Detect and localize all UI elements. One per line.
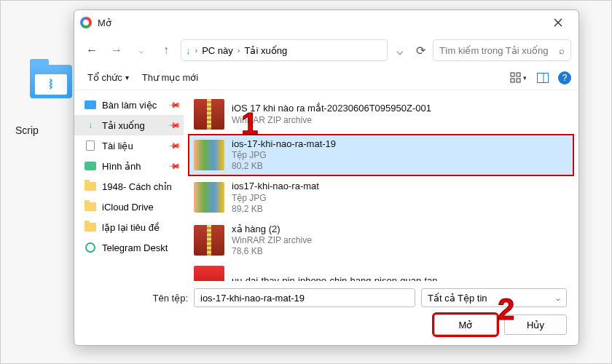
- sidebar-item-label: Telegram Deskt: [102, 242, 168, 253]
- forward-button[interactable]: →: [106, 40, 127, 60]
- organize-menu[interactable]: Tổ chức ▾: [87, 72, 129, 83]
- back-button[interactable]: ←: [82, 40, 102, 60]
- file-name: uu-dai-thay-pin-iphone-chin-hang-pisen-q…: [232, 275, 450, 281]
- jpg-thumbnail: [194, 182, 224, 213]
- file-type: WinRAR ZIP archive: [232, 235, 312, 246]
- file-list: iOS 17 khi nào ra mắt-20230606T095950Z-0…: [184, 90, 578, 281]
- pin-icon: 📌: [167, 159, 181, 173]
- file-size: 78,6 KB: [232, 246, 312, 257]
- organize-label: Tổ chức: [87, 72, 122, 83]
- script-icon: [44, 78, 58, 91]
- up-button[interactable]: ↑: [156, 40, 176, 60]
- file-row[interactable]: ios-17-khi-nao-ra-mat-19 Tệp JPG 80,2 KB: [188, 134, 574, 176]
- background-folder-icon: [30, 65, 72, 98]
- chevron-down-icon: ⌵: [556, 294, 560, 302]
- search-icon: ⌕: [559, 45, 565, 56]
- file-type: Tệp JPG: [232, 150, 336, 161]
- file-row[interactable]: uu-dai-thay-pin-iphone-chin-hang-pisen-q…: [188, 261, 574, 281]
- sidebar: Bàn làm việc📌 ↓Tải xuống📌 Tài liệu📌 Hình…: [74, 90, 184, 281]
- sidebar-item-label: Hình ảnh: [102, 161, 141, 172]
- file-row[interactable]: iOS 17 khi nào ra mắt-20230606T095950Z-0…: [188, 95, 574, 134]
- background-folder-label: Scrip: [15, 124, 39, 136]
- svg-rect-2: [511, 79, 514, 82]
- file-name: ios-17-khi-nao-ra-mat-19: [232, 138, 336, 150]
- file-size: 89,2 KB: [232, 204, 319, 215]
- pin-icon: 📌: [167, 98, 181, 111]
- breadcrumb-root[interactable]: PC này: [202, 45, 233, 56]
- sidebar-item-folder[interactable]: lặp lại tiêu đề: [74, 217, 184, 237]
- dialog-title: Mở: [98, 17, 111, 28]
- zip-icon: [194, 225, 224, 256]
- sidebar-item-pictures[interactable]: Hình ảnh📌: [74, 156, 184, 176]
- jpg-thumbnail: [194, 140, 224, 170]
- breadcrumb[interactable]: ↓ › PC này › Tải xuống: [181, 39, 388, 61]
- sidebar-item-label: Bàn làm việc: [102, 100, 157, 111]
- close-icon: [554, 18, 562, 27]
- sidebar-item-label: Tải xuống: [102, 120, 145, 131]
- chevron-right-icon: ›: [195, 46, 198, 55]
- sidebar-item-folder[interactable]: iCloud Drive: [74, 197, 184, 217]
- chevron-down-icon: ▾: [523, 74, 527, 82]
- nav-row: ← → ⌵ ↑ ↓ › PC này › Tải xuống ⌵ ⟳ Tìm k…: [74, 35, 578, 66]
- new-folder-button[interactable]: Thư mục mới: [142, 72, 198, 83]
- pin-icon: 📌: [167, 138, 181, 152]
- file-name: ios17-khi-nao-ra-mat: [232, 181, 319, 192]
- close-button[interactable]: [544, 10, 573, 35]
- sidebar-item-folder[interactable]: 1948- Cách chỉn: [74, 176, 184, 197]
- downloads-icon: ↓: [85, 119, 96, 131]
- file-type: WinRAR ZIP archive: [232, 115, 431, 126]
- svg-rect-0: [511, 73, 514, 76]
- pin-icon: 📌: [167, 118, 181, 132]
- sidebar-item-label: 1948- Cách chỉn: [102, 181, 172, 192]
- dialog-footer: Tên tệp: Tất cả Tệp tin ⌵ Mở Hủy: [74, 281, 578, 345]
- sidebar-item-label: iCloud Drive: [102, 202, 154, 213]
- sidebar-item-telegram[interactable]: Telegram Deskt: [74, 237, 184, 258]
- svg-rect-1: [517, 73, 520, 76]
- file-row[interactable]: ios17-khi-nao-ra-mat Tệp JPG 89,2 KB: [188, 176, 574, 218]
- downloads-icon: ↓: [186, 45, 191, 56]
- recent-dropdown[interactable]: ⌵: [131, 40, 152, 60]
- preview-pane-button[interactable]: [533, 68, 552, 87]
- breadcrumb-current[interactable]: Tải xuống: [244, 45, 287, 56]
- grid-icon: [510, 72, 522, 84]
- file-filter-dropdown[interactable]: Tất cả Tệp tin ⌵: [421, 288, 567, 307]
- search-placeholder: Tìm kiếm trong Tải xuống: [439, 45, 548, 56]
- file-name: xả hàng (2): [232, 223, 312, 235]
- titlebar: Mở: [74, 10, 578, 35]
- open-button[interactable]: Mở: [434, 314, 497, 335]
- file-open-dialog: Mở ← → ⌵ ↑ ↓ › PC này › Tải xuống ⌵ ⟳ Tì…: [74, 9, 579, 346]
- chevron-down-icon: ▾: [125, 74, 129, 82]
- sidebar-item-desktop[interactable]: Bàn làm việc📌: [74, 95, 184, 115]
- sidebar-item-label: lặp lại tiêu đề: [102, 222, 160, 233]
- cancel-button[interactable]: Hủy: [504, 314, 567, 335]
- view-mode-button[interactable]: ▾: [509, 68, 527, 87]
- sidebar-item-documents[interactable]: Tài liệu📌: [74, 135, 184, 156]
- filename-input[interactable]: [194, 288, 415, 307]
- breadcrumb-history-dropdown[interactable]: ⌵: [392, 40, 408, 60]
- file-size: 80,2 KB: [232, 161, 336, 172]
- help-button[interactable]: ?: [558, 71, 571, 84]
- filter-label: Tất cả Tệp tin: [428, 293, 487, 304]
- file-name: iOS 17 khi nào ra mắt-20230606T095950Z-0…: [232, 103, 431, 114]
- sidebar-item-label: Tài liệu: [102, 141, 133, 151]
- svg-rect-4: [538, 73, 549, 82]
- chrome-icon: [80, 17, 92, 28]
- file-row[interactable]: xả hàng (2) WinRAR ZIP archive 78,6 KB: [188, 219, 574, 261]
- preview-icon: [537, 73, 549, 83]
- chevron-right-icon: ›: [238, 46, 240, 55]
- filename-label: Tên tệp:: [86, 293, 188, 304]
- svg-rect-3: [517, 79, 520, 82]
- toolbar: Tổ chức ▾ Thư mục mới ▾ ?: [74, 66, 578, 90]
- file-type: Tệp JPG: [232, 193, 319, 204]
- banner-thumbnail: [194, 266, 224, 281]
- zip-icon: [194, 99, 224, 130]
- refresh-button[interactable]: ⟳: [412, 40, 428, 60]
- sidebar-item-downloads[interactable]: ↓Tải xuống📌: [74, 115, 184, 135]
- search-input[interactable]: Tìm kiếm trong Tải xuống ⌕: [433, 39, 571, 61]
